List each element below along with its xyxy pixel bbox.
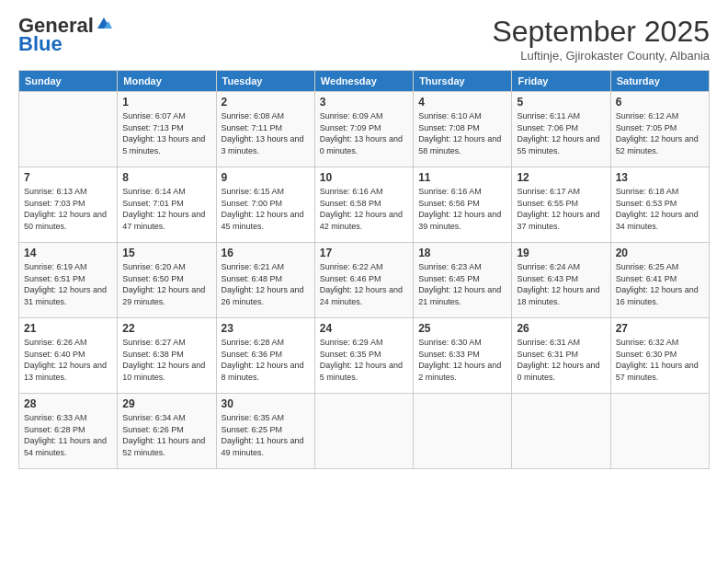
col-tuesday: Tuesday (216, 71, 314, 92)
day-number: 3 (320, 96, 408, 109)
day-info: Sunrise: 6:30 AMSunset: 6:33 PMDaylight:… (418, 337, 506, 383)
day-cell (314, 394, 413, 469)
day-info: Sunrise: 6:12 AMSunset: 7:05 PMDaylight:… (616, 110, 704, 156)
day-cell: 22Sunrise: 6:27 AMSunset: 6:38 PMDayligh… (118, 318, 216, 394)
week-row-2: 7Sunrise: 6:13 AMSunset: 7:03 PMDaylight… (19, 167, 710, 243)
day-cell: 27Sunrise: 6:32 AMSunset: 6:30 PMDayligh… (610, 318, 709, 394)
header-row: Sunday Monday Tuesday Wednesday Thursday… (19, 71, 710, 92)
day-number: 2 (222, 96, 310, 109)
day-info: Sunrise: 6:34 AMSunset: 6:26 PMDaylight:… (122, 412, 210, 458)
week-row-3: 14Sunrise: 6:19 AMSunset: 6:51 PMDayligh… (19, 243, 710, 318)
day-cell (512, 394, 610, 469)
day-info: Sunrise: 6:29 AMSunset: 6:35 PMDaylight:… (320, 337, 408, 383)
day-number: 27 (616, 322, 704, 335)
title-block: September 2025 Luftinje, Gjirokaster Cou… (492, 15, 710, 63)
day-cell: 29Sunrise: 6:34 AMSunset: 6:26 PMDayligh… (118, 394, 216, 469)
day-cell: 11Sunrise: 6:16 AMSunset: 6:56 PMDayligh… (414, 167, 512, 243)
col-thursday: Thursday (414, 71, 512, 92)
day-number: 24 (320, 322, 408, 335)
day-cell: 13Sunrise: 6:18 AMSunset: 6:53 PMDayligh… (610, 167, 709, 243)
day-number: 26 (517, 322, 605, 335)
day-number: 8 (122, 171, 210, 184)
day-cell (414, 394, 512, 469)
day-info: Sunrise: 6:25 AMSunset: 6:41 PMDaylight:… (616, 261, 704, 307)
day-cell: 10Sunrise: 6:16 AMSunset: 6:58 PMDayligh… (314, 167, 413, 243)
day-number: 5 (517, 96, 605, 109)
day-number: 9 (222, 171, 310, 184)
day-cell: 6Sunrise: 6:12 AMSunset: 7:05 PMDaylight… (610, 92, 709, 167)
day-cell: 26Sunrise: 6:31 AMSunset: 6:31 PMDayligh… (512, 318, 610, 394)
day-info: Sunrise: 6:23 AMSunset: 6:45 PMDaylight:… (418, 261, 506, 307)
day-number: 4 (418, 96, 506, 109)
day-cell: 19Sunrise: 6:24 AMSunset: 6:43 PMDayligh… (512, 243, 610, 318)
col-monday: Monday (118, 71, 216, 92)
calendar-table: Sunday Monday Tuesday Wednesday Thursday… (18, 70, 710, 469)
day-number: 13 (616, 171, 704, 184)
day-number: 11 (418, 171, 506, 184)
day-info: Sunrise: 6:24 AMSunset: 6:43 PMDaylight:… (517, 261, 605, 307)
day-info: Sunrise: 6:10 AMSunset: 7:08 PMDaylight:… (418, 110, 506, 156)
day-cell: 7Sunrise: 6:13 AMSunset: 7:03 PMDaylight… (19, 167, 118, 243)
day-number: 22 (122, 322, 210, 335)
day-cell: 2Sunrise: 6:08 AMSunset: 7:11 PMDaylight… (216, 92, 314, 167)
logo-icon (96, 16, 112, 32)
day-info: Sunrise: 6:15 AMSunset: 7:00 PMDaylight:… (222, 186, 310, 232)
day-number: 12 (517, 171, 605, 184)
day-number: 21 (24, 322, 112, 335)
day-info: Sunrise: 6:22 AMSunset: 6:46 PMDaylight:… (320, 261, 408, 307)
day-cell: 5Sunrise: 6:11 AMSunset: 7:06 PMDaylight… (512, 92, 610, 167)
day-cell: 24Sunrise: 6:29 AMSunset: 6:35 PMDayligh… (314, 318, 413, 394)
logo: General Blue (18, 15, 112, 55)
day-cell: 17Sunrise: 6:22 AMSunset: 6:46 PMDayligh… (314, 243, 413, 318)
day-number: 18 (418, 247, 506, 259)
month-title: September 2025 (492, 15, 710, 49)
day-cell (19, 92, 118, 167)
day-cell: 8Sunrise: 6:14 AMSunset: 7:01 PMDaylight… (118, 167, 216, 243)
day-info: Sunrise: 6:07 AMSunset: 7:13 PMDaylight:… (122, 110, 210, 156)
col-sunday: Sunday (19, 71, 118, 92)
day-info: Sunrise: 6:26 AMSunset: 6:40 PMDaylight:… (24, 337, 112, 383)
day-number: 20 (616, 247, 704, 259)
day-info: Sunrise: 6:17 AMSunset: 6:55 PMDaylight:… (517, 186, 605, 232)
day-info: Sunrise: 6:33 AMSunset: 6:28 PMDaylight:… (24, 412, 112, 458)
day-cell: 20Sunrise: 6:25 AMSunset: 6:41 PMDayligh… (610, 243, 709, 318)
day-info: Sunrise: 6:32 AMSunset: 6:30 PMDaylight:… (616, 337, 704, 383)
day-cell: 4Sunrise: 6:10 AMSunset: 7:08 PMDaylight… (414, 92, 512, 167)
day-number: 7 (24, 171, 112, 184)
day-number: 16 (222, 247, 310, 259)
day-number: 25 (418, 322, 506, 335)
day-info: Sunrise: 6:19 AMSunset: 6:51 PMDaylight:… (24, 261, 112, 307)
week-row-5: 28Sunrise: 6:33 AMSunset: 6:28 PMDayligh… (19, 394, 710, 469)
day-cell: 30Sunrise: 6:35 AMSunset: 6:25 PMDayligh… (216, 394, 314, 469)
day-info: Sunrise: 6:35 AMSunset: 6:25 PMDaylight:… (222, 412, 310, 458)
day-cell: 16Sunrise: 6:21 AMSunset: 6:48 PMDayligh… (216, 243, 314, 318)
day-info: Sunrise: 6:27 AMSunset: 6:38 PMDaylight:… (122, 337, 210, 383)
day-info: Sunrise: 6:11 AMSunset: 7:06 PMDaylight:… (517, 110, 605, 156)
day-info: Sunrise: 6:14 AMSunset: 7:01 PMDaylight:… (122, 186, 210, 232)
logo-blue: Blue (18, 33, 63, 55)
week-row-4: 21Sunrise: 6:26 AMSunset: 6:40 PMDayligh… (19, 318, 710, 394)
day-number: 28 (24, 397, 112, 410)
day-info: Sunrise: 6:28 AMSunset: 6:36 PMDaylight:… (222, 337, 310, 383)
day-info: Sunrise: 6:13 AMSunset: 7:03 PMDaylight:… (24, 186, 112, 232)
day-info: Sunrise: 6:20 AMSunset: 6:50 PMDaylight:… (122, 261, 210, 307)
day-info: Sunrise: 6:31 AMSunset: 6:31 PMDaylight:… (517, 337, 605, 383)
col-wednesday: Wednesday (314, 71, 413, 92)
day-cell: 14Sunrise: 6:19 AMSunset: 6:51 PMDayligh… (19, 243, 118, 318)
day-number: 15 (122, 247, 210, 259)
day-cell: 1Sunrise: 6:07 AMSunset: 7:13 PMDaylight… (118, 92, 216, 167)
day-cell: 28Sunrise: 6:33 AMSunset: 6:28 PMDayligh… (19, 394, 118, 469)
day-number: 17 (320, 247, 408, 259)
week-row-1: 1Sunrise: 6:07 AMSunset: 7:13 PMDaylight… (19, 92, 710, 167)
day-info: Sunrise: 6:21 AMSunset: 6:48 PMDaylight:… (222, 261, 310, 307)
col-friday: Friday (512, 71, 610, 92)
day-cell: 9Sunrise: 6:15 AMSunset: 7:00 PMDaylight… (216, 167, 314, 243)
day-number: 10 (320, 171, 408, 184)
day-number: 19 (517, 247, 605, 259)
day-number: 29 (122, 397, 210, 410)
day-number: 23 (222, 322, 310, 335)
page: General Blue September 2025 Luftinje, Gj… (0, 0, 728, 563)
day-cell: 21Sunrise: 6:26 AMSunset: 6:40 PMDayligh… (19, 318, 118, 394)
header: General Blue September 2025 Luftinje, Gj… (18, 15, 710, 63)
day-cell: 18Sunrise: 6:23 AMSunset: 6:45 PMDayligh… (414, 243, 512, 318)
